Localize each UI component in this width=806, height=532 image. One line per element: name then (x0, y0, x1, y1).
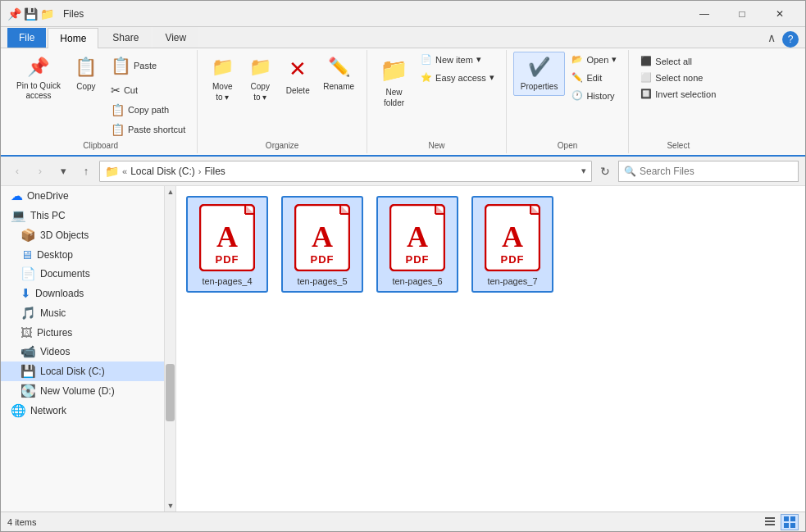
copy-path-button[interactable]: 📋 Copy path (106, 101, 190, 119)
tab-file[interactable]: File (7, 28, 46, 48)
breadcrumb-bar: 📁 « Local Disk (C:) › Files ▾ (99, 161, 592, 182)
thispc-icon: 💻 (11, 208, 26, 223)
breadcrumb-sep1: « (122, 166, 127, 176)
up-button[interactable]: ↑ (76, 161, 96, 181)
select-group-label: Select (667, 139, 690, 152)
pin-quick-access-label: Pin to Quickaccess (16, 81, 61, 101)
svg-text:A: A (216, 221, 238, 253)
minimize-button[interactable]: — (685, 1, 723, 27)
rename-button[interactable]: ✏️ Rename (317, 52, 360, 96)
downloads-icon: ⬇ (20, 286, 31, 301)
newvolume-icon: 💽 (20, 384, 36, 398)
invert-selection-button[interactable]: 🔲 Invert selection (635, 86, 721, 102)
select-group: ⬛ Select all ⬜ Select none 🔲 Invert sele… (629, 50, 727, 153)
cut-button[interactable]: ✂ Cut (106, 81, 190, 99)
sidebar-item-music[interactable]: 🎵 Music (1, 303, 164, 323)
open-label: Open (586, 55, 608, 65)
sidebar-scroll-thumb[interactable] (166, 364, 175, 421)
svg-text:PDF: PDF (216, 253, 239, 266)
select-all-icon: ⬛ (640, 56, 652, 66)
list-view-button[interactable] (761, 514, 779, 530)
view-controls (761, 514, 799, 530)
search-input[interactable] (640, 166, 793, 177)
sidebar-item-onedrive[interactable]: ☁ OneDrive (1, 186, 164, 206)
maximize-button[interactable]: □ (723, 1, 761, 27)
new-item-button[interactable]: 📄 New item ▾ (416, 52, 499, 67)
pdf-svg-1: A PDF (199, 204, 255, 271)
sidebar-item-documents[interactable]: 📄 Documents (1, 264, 164, 284)
sidebar-item-localdisk[interactable]: 💾 Local Disk (C:) (1, 361, 164, 381)
open-button[interactable]: 📂 Open ▾ (567, 52, 622, 67)
pdf-icon-2: A PDF (293, 202, 352, 273)
refresh-button[interactable]: ↻ (595, 161, 615, 181)
sidebar-scroll-up[interactable]: ▲ (165, 186, 176, 198)
breadcrumb-dropdown-arrow[interactable]: ▾ (581, 166, 586, 176)
open-group-items: ✔️ Properties 📂 Open ▾ ✏️ Edit 🕐 (513, 52, 622, 139)
file-item-4[interactable]: A PDF ten-pages_7 (471, 196, 553, 293)
window-title: Files (63, 8, 685, 20)
svg-rect-28 (790, 516, 795, 521)
help-button[interactable]: ? (782, 31, 799, 48)
sidebar-item-thispc[interactable]: 💻 This PC (1, 206, 164, 225)
copy-icon: 📋 (75, 56, 97, 80)
edit-button[interactable]: ✏️ Edit (567, 70, 622, 85)
sidebar-item-newvolume[interactable]: 💽 New Volume (D:) (1, 381, 164, 401)
close-button[interactable]: ✕ (761, 1, 799, 27)
breadcrumb-local-disk[interactable]: Local Disk (C:) (130, 166, 195, 177)
ribbon-collapse-button[interactable]: ∧ (764, 28, 779, 48)
forward-button[interactable]: › (30, 161, 50, 181)
sidebar-item-videos[interactable]: 📹 Videos (1, 342, 164, 361)
network-icon: 🌐 (11, 403, 26, 418)
paste-shortcut-button[interactable]: 📋 Paste shortcut (106, 120, 190, 139)
sidebar-item-3dobjects[interactable]: 📦 3D Objects (1, 225, 164, 245)
tiles-view-button[interactable] (781, 514, 799, 530)
invert-icon: 🔲 (640, 89, 652, 99)
sidebar-item-downloads[interactable]: ⬇ Downloads (1, 284, 164, 303)
pin-quick-access-button[interactable]: 📌 Pin to Quickaccess (11, 52, 66, 105)
tab-home[interactable]: Home (48, 28, 98, 48)
tiles-view-icon (783, 516, 796, 529)
clipboard-group-items: 📌 Pin to Quickaccess 📋 Copy 📋 Paste ✂ (11, 52, 190, 139)
breadcrumb-files[interactable]: Files (204, 166, 225, 177)
tab-view[interactable]: View (153, 27, 198, 48)
file-item-3[interactable]: A PDF ten-pages_6 (376, 196, 458, 293)
delete-button[interactable]: ✕ Delete (280, 52, 316, 100)
properties-button[interactable]: ✔️ Properties (513, 52, 566, 96)
sidebar-item-pictures[interactable]: 🖼 Pictures (1, 323, 164, 342)
easy-access-button[interactable]: ⭐ Easy access ▾ (416, 70, 499, 85)
rename-label: Rename (323, 81, 354, 92)
pdf-svg-2: A PDF (294, 204, 350, 271)
sidebar: ☁ OneDrive 💻 This PC 📦 3D Objects 🖥 Desk… (1, 186, 165, 512)
history-button[interactable]: 🕐 History (567, 88, 622, 103)
pin-icon: 📌 (27, 56, 49, 80)
svg-text:PDF: PDF (406, 253, 430, 266)
copy-to-button[interactable]: 📁 Copyto ▾ (242, 52, 278, 107)
sidebar-item-network[interactable]: 🌐 Network (1, 401, 164, 421)
select-none-label: Select none (655, 73, 703, 83)
paste-button[interactable]: 📋 Paste (106, 52, 190, 80)
select-all-button[interactable]: ⬛ Select all (635, 53, 721, 69)
tab-share[interactable]: Share (100, 27, 151, 48)
svg-rect-25 (765, 521, 775, 522)
back-button[interactable]: ‹ (7, 161, 27, 181)
pictures-icon: 🖼 (20, 325, 33, 339)
move-to-button[interactable]: 📁 Moveto ▾ (204, 52, 240, 107)
sidebar-downloads-label: Downloads (35, 288, 84, 299)
pdf-icon-3: A PDF (388, 202, 447, 273)
sidebar-item-desktop[interactable]: 🖥 Desktop (1, 245, 164, 264)
select-none-button[interactable]: ⬜ Select none (635, 70, 721, 85)
copy-button[interactable]: 📋 Copy (68, 52, 104, 96)
file-item-2[interactable]: A PDF ten-pages_5 (281, 196, 363, 293)
svg-rect-26 (765, 524, 775, 525)
file-name-1: ten-pages_4 (202, 276, 252, 286)
sidebar-scroll-down[interactable]: ▼ (165, 500, 176, 512)
new-folder-label: Newfolder (384, 87, 404, 108)
copy-path-label: Copy path (128, 105, 169, 115)
file-grid: A PDF ten-pages_4 A PDF (186, 196, 795, 293)
file-item-1[interactable]: A PDF ten-pages_4 (186, 196, 268, 293)
recent-locations-button[interactable]: ▾ (53, 161, 73, 181)
edit-label: Edit (586, 73, 602, 83)
breadcrumb-arrow: › (198, 166, 202, 176)
new-folder-button[interactable]: 📁 Newfolder (374, 52, 414, 112)
file-name-2: ten-pages_5 (297, 276, 347, 286)
